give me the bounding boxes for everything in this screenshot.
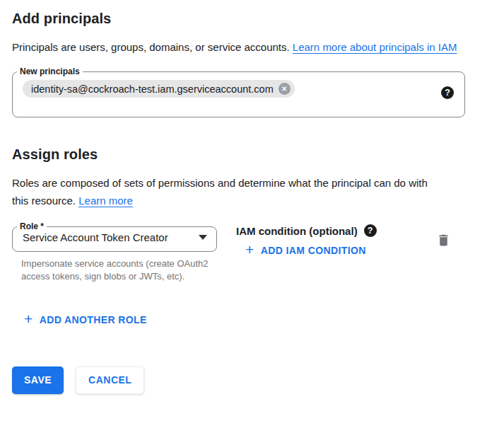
add-another-role-button[interactable]: + ADD ANOTHER ROLE xyxy=(24,314,147,325)
add-iam-condition-button[interactable]: + ADD IAM CONDITION xyxy=(245,245,366,256)
plus-icon: + xyxy=(245,244,254,255)
learn-more-roles-link[interactable]: Learn more xyxy=(78,195,133,207)
dialog-actions: SAVE CANCEL xyxy=(12,366,464,394)
role-select-inner: Service Account Token Creator xyxy=(13,231,216,251)
new-principals-input[interactable]: identity-sa@cockroach-test.iam.gservicea… xyxy=(13,76,464,117)
arrow-drop-down-icon xyxy=(199,235,207,240)
add-principals-title: Add principals xyxy=(12,10,464,27)
role-selected-value: Service Account Token Creator xyxy=(23,231,168,243)
iam-condition-column: IAM condition (optional) ? + ADD IAM CON… xyxy=(236,222,377,258)
help-icon[interactable]: ? xyxy=(441,86,454,99)
save-button[interactable]: SAVE xyxy=(12,366,64,394)
help-icon[interactable]: ? xyxy=(364,224,377,237)
close-icon[interactable]: ✕ xyxy=(279,83,291,95)
plus-icon: + xyxy=(24,313,33,325)
description-text: Principals are users, groups, domains, o… xyxy=(12,41,293,53)
role-column: Role * Service Account Token Creator Imp… xyxy=(12,222,217,283)
assign-roles-title: Assign roles xyxy=(12,146,464,163)
role-helper-text: Impersonate service accounts (create OAu… xyxy=(21,258,209,283)
assign-roles-section: Assign roles Roles are composed of sets … xyxy=(12,146,464,327)
iam-condition-label: IAM condition (optional) xyxy=(236,225,358,237)
delete-role-button[interactable] xyxy=(435,231,452,251)
learn-more-principals-link[interactable]: Learn more about principals in IAM xyxy=(293,41,457,53)
cancel-button[interactable]: CANCEL xyxy=(76,366,144,394)
delete-icon xyxy=(436,233,451,248)
iam-condition-label-row: IAM condition (optional) ? xyxy=(236,224,377,237)
role-select[interactable]: Role * Service Account Token Creator xyxy=(12,222,217,252)
assign-roles-description: Roles are composed of sets of permission… xyxy=(12,174,436,209)
description-text: Roles are composed of sets of permission… xyxy=(12,177,428,207)
principal-chip-text: identity-sa@cockroach-test.iam.gservicea… xyxy=(31,83,274,95)
new-principals-label: New principals xyxy=(17,67,83,76)
principal-chip: identity-sa@cockroach-test.iam.gservicea… xyxy=(23,80,295,98)
add-principals-description: Principals are users, groups, domains, o… xyxy=(12,38,457,56)
role-label: Role * xyxy=(17,222,47,231)
add-principals-dialog: Add principals Principals are users, gro… xyxy=(0,0,504,394)
role-row: Role * Service Account Token Creator Imp… xyxy=(12,222,464,283)
new-principals-field: New principals identity-sa@cockroach-tes… xyxy=(12,67,465,117)
